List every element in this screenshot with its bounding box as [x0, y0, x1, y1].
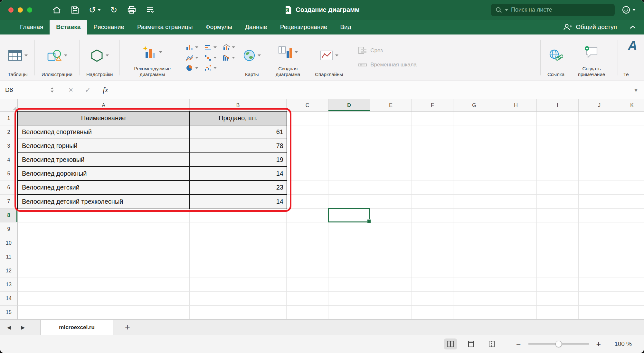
cell-K3[interactable] [620, 139, 644, 153]
cell-D14[interactable] [328, 292, 370, 306]
row-header-11[interactable]: 11 [0, 250, 18, 264]
cell-J12[interactable] [579, 264, 620, 278]
column-header-G[interactable]: G [453, 99, 495, 111]
chart-combo-dropdown-icon[interactable] [232, 46, 235, 48]
table-header-value[interactable]: Продано, шт. [190, 112, 287, 125]
cell-F5[interactable] [412, 167, 453, 181]
cell-B9[interactable] [190, 222, 287, 236]
chart-waterfall-button[interactable] [204, 54, 217, 61]
cell-E6[interactable] [370, 181, 412, 195]
cell-K10[interactable] [620, 236, 644, 250]
row-header-3[interactable]: 3 [0, 139, 18, 153]
sheet-nav-left-icon[interactable]: ◀ [7, 325, 11, 330]
cell-G12[interactable] [453, 264, 495, 278]
cell-K7[interactable] [620, 195, 644, 209]
cell-D2[interactable] [328, 125, 370, 139]
cell-C15[interactable] [287, 306, 328, 319]
cell-K2[interactable] [620, 125, 644, 139]
cell-D15[interactable] [328, 306, 370, 319]
cell-G13[interactable] [453, 278, 495, 292]
pivot-chart-dropdown-arrow-icon[interactable] [295, 51, 298, 53]
row-header-1[interactable]: 1 [0, 112, 18, 125]
chart-line-button[interactable] [186, 54, 198, 61]
cell-G7[interactable] [453, 195, 495, 209]
cell-C13[interactable] [287, 278, 328, 292]
cell-C2[interactable] [287, 125, 328, 139]
page-layout-view-button[interactable] [465, 338, 478, 349]
cell-I11[interactable] [537, 250, 579, 264]
row-header-9[interactable]: 9 [0, 222, 18, 236]
tab-review[interactable]: Рецензирование [274, 20, 334, 34]
cell-J8[interactable] [579, 209, 620, 222]
cell-C11[interactable] [287, 250, 328, 264]
cell-H11[interactable] [495, 250, 537, 264]
tab-home[interactable]: Главная [14, 20, 50, 34]
cell-G14[interactable] [453, 292, 495, 306]
column-header-C[interactable]: C [287, 99, 328, 111]
zoom-slider-knob[interactable] [555, 341, 562, 347]
tab-view[interactable]: Вид [334, 20, 357, 34]
zoom-out-button[interactable]: − [516, 340, 521, 348]
table-header-name[interactable]: Наименование [18, 112, 190, 125]
cell-J15[interactable] [579, 306, 620, 319]
table-cell-name-3[interactable]: Велосипед трековый [18, 153, 190, 167]
cell-E1[interactable] [370, 112, 412, 125]
recommended-charts-dropdown-arrow-icon[interactable] [159, 51, 162, 53]
cell-E13[interactable] [370, 278, 412, 292]
chart-scatter-button[interactable] [204, 64, 217, 72]
cell-E2[interactable] [370, 125, 412, 139]
cell-J7[interactable] [579, 195, 620, 209]
cell-J5[interactable] [579, 167, 620, 181]
cell-A11[interactable] [18, 250, 190, 264]
table-cell-value-2[interactable]: 78 [190, 139, 287, 153]
cell-F13[interactable] [412, 278, 453, 292]
cell-J6[interactable] [579, 181, 620, 195]
cell-F4[interactable] [412, 153, 453, 167]
chart-column-dropdown-icon[interactable] [195, 46, 198, 48]
cell-K9[interactable] [620, 222, 644, 236]
cell-H6[interactable] [495, 181, 537, 195]
cell-F7[interactable] [412, 195, 453, 209]
sheet-tab-microexcel[interactable]: microexcel.ru [40, 320, 113, 335]
cell-A12[interactable] [18, 264, 190, 278]
cell-I14[interactable] [537, 292, 579, 306]
illustrations-dropdown-arrow-icon[interactable] [64, 54, 67, 56]
row-header-6[interactable]: 6 [0, 181, 18, 195]
cell-I15[interactable] [537, 306, 579, 319]
cell-C14[interactable] [287, 292, 328, 306]
confirm-entry-button[interactable]: ✓ [85, 86, 91, 94]
addins-button[interactable]: Надстройки [82, 34, 117, 81]
cell-F15[interactable] [412, 306, 453, 319]
fill-handle[interactable] [367, 219, 371, 223]
row-header-7[interactable]: 7 [0, 195, 18, 209]
cell-B14[interactable] [190, 292, 287, 306]
cell-I7[interactable] [537, 195, 579, 209]
cell-G15[interactable] [453, 306, 495, 319]
cell-H1[interactable] [495, 112, 537, 125]
sparklines-button[interactable]: Спарклайны [311, 34, 347, 81]
cell-G6[interactable] [453, 181, 495, 195]
zoom-window-button[interactable] [27, 7, 32, 13]
table-cell-value-4[interactable]: 14 [190, 167, 287, 181]
cell-E15[interactable] [370, 306, 412, 319]
cell-K13[interactable] [620, 278, 644, 292]
cell-C1[interactable] [287, 112, 328, 125]
name-box[interactable]: D8 [0, 81, 48, 99]
cell-F2[interactable] [412, 125, 453, 139]
cell-G8[interactable] [453, 209, 495, 222]
undo-dropdown-arrow-icon[interactable] [98, 9, 101, 11]
cell-G11[interactable] [453, 250, 495, 264]
timeline-button[interactable]: Временная шкала [358, 61, 417, 69]
chart-combo-button[interactable] [223, 44, 235, 51]
add-sheet-button[interactable]: + [113, 320, 142, 335]
normal-view-button[interactable] [444, 338, 457, 349]
cell-B12[interactable] [190, 264, 287, 278]
cell-F6[interactable] [412, 181, 453, 195]
chart-waterfall-dropdown-icon[interactable] [213, 57, 217, 59]
cell-F11[interactable] [412, 250, 453, 264]
cell-F12[interactable] [412, 264, 453, 278]
row-header-13[interactable]: 13 [0, 278, 18, 292]
cell-D7[interactable] [328, 195, 370, 209]
cell-H4[interactable] [495, 153, 537, 167]
print-button[interactable] [127, 6, 136, 14]
